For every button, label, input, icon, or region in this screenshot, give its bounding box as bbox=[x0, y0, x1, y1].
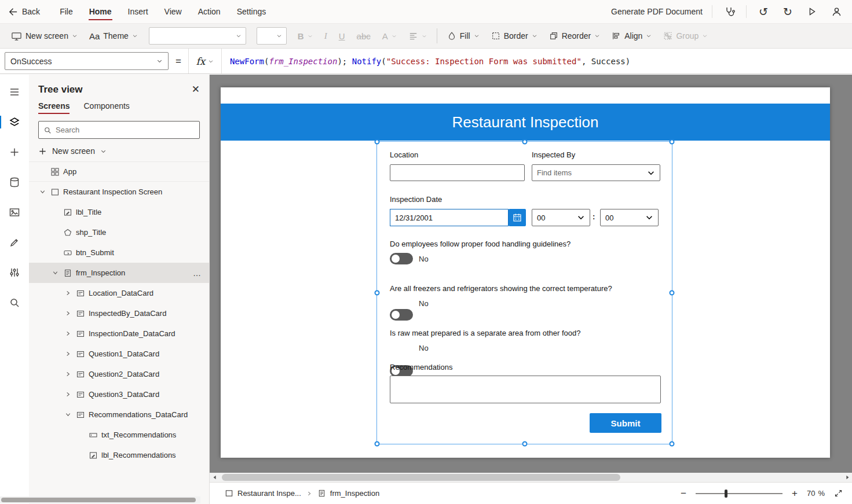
tree-item-Recommendations_DataCard[interactable]: Recommendations_DataCard bbox=[29, 404, 209, 425]
tree-item-frm_Inspection[interactable]: frm_Inspection… bbox=[29, 263, 209, 283]
minute-dropdown[interactable]: 00 bbox=[600, 209, 659, 226]
fill-button[interactable]: Fill bbox=[442, 28, 485, 44]
tree-item-Question1_DataCard[interactable]: Question1_DataCard bbox=[29, 344, 209, 364]
resize-handle[interactable] bbox=[375, 139, 380, 145]
reorder-button[interactable]: Reorder bbox=[544, 28, 606, 44]
location-input[interactable] bbox=[390, 164, 525, 181]
font-color-button[interactable]: A bbox=[377, 28, 402, 45]
theme-button[interactable]: Aa Theme bbox=[84, 28, 143, 45]
tree-item-txt_Recommendations[interactable]: txt_Recommendations bbox=[29, 425, 209, 445]
menu-item-home[interactable]: Home bbox=[81, 1, 120, 22]
menu-item-action[interactable]: Action bbox=[190, 1, 229, 22]
canvas-area[interactable]: Restaurant Inspection Location Inspected… bbox=[210, 75, 852, 482]
more-options-button[interactable]: … bbox=[193, 268, 202, 278]
close-icon[interactable]: ✕ bbox=[192, 83, 200, 95]
back-button[interactable]: Back bbox=[8, 7, 40, 17]
group-button[interactable]: Group bbox=[658, 28, 713, 44]
restaurant-inspection-screen[interactable]: Restaurant Inspection Location Inspected… bbox=[221, 87, 830, 458]
redo-icon[interactable]: ↻ bbox=[780, 4, 795, 19]
chevron-right-icon[interactable] bbox=[61, 371, 74, 377]
calendar-icon[interactable] bbox=[509, 209, 526, 226]
hour-dropdown[interactable]: 00 bbox=[532, 209, 590, 226]
search-input[interactable] bbox=[56, 126, 195, 134]
inspected-by-combobox[interactable]: Find items bbox=[532, 164, 660, 181]
account-icon[interactable] bbox=[829, 4, 844, 19]
chevron-right-icon[interactable] bbox=[61, 391, 74, 398]
tree-item-Question3_DataCard[interactable]: Question3_DataCard bbox=[29, 384, 209, 404]
property-select[interactable]: OnSuccess bbox=[5, 52, 169, 70]
resize-handle[interactable] bbox=[522, 442, 527, 447]
chevron-right-icon[interactable] bbox=[61, 351, 74, 357]
resize-handle[interactable] bbox=[670, 442, 675, 447]
scroll-left-arrow-icon[interactable] bbox=[210, 473, 220, 482]
chevron-right-icon[interactable] bbox=[61, 330, 74, 337]
tree-item-InspectedBy_DataCard[interactable]: InspectedBy_DataCard bbox=[29, 303, 209, 323]
chevron-down-icon[interactable] bbox=[61, 411, 74, 418]
zoom-slider[interactable] bbox=[696, 490, 782, 498]
resize-handle[interactable] bbox=[375, 290, 380, 296]
undo-icon[interactable]: ↺ bbox=[756, 4, 771, 19]
advanced-tools-icon[interactable] bbox=[0, 257, 29, 288]
chevron-down-icon[interactable] bbox=[49, 270, 61, 276]
menu-item-insert[interactable]: Insert bbox=[120, 1, 156, 22]
date-input[interactable]: 12/31/2001 bbox=[390, 209, 509, 226]
formula-text[interactable]: NewForm(frm_Inspection); Notify("Success… bbox=[230, 49, 630, 73]
tree-item-Location_DataCard[interactable]: Location_DataCard bbox=[29, 283, 209, 303]
bold-button[interactable]: B bbox=[292, 28, 318, 45]
pen-tool-icon[interactable] bbox=[0, 227, 29, 257]
zoom-out-icon[interactable]: − bbox=[681, 488, 686, 498]
menu-item-file[interactable]: File bbox=[52, 1, 81, 22]
play-preview-icon[interactable] bbox=[805, 4, 820, 19]
tree-item-Restaurant Inspection Screen[interactable]: Restaurant Inspection Screen bbox=[29, 182, 209, 202]
underline-button[interactable]: U bbox=[334, 28, 350, 45]
insert-icon[interactable] bbox=[0, 137, 29, 167]
recommendations-textarea[interactable] bbox=[390, 376, 661, 403]
zoom-in-icon[interactable]: + bbox=[792, 488, 798, 498]
breadcrumb-screen[interactable]: Restaurant Inspe... bbox=[225, 489, 301, 498]
text-align-button[interactable] bbox=[403, 28, 432, 45]
resize-handle[interactable] bbox=[670, 290, 675, 296]
tree-item-App[interactable]: App bbox=[29, 161, 209, 182]
tree-item-Question2_DataCard[interactable]: Question2_DataCard bbox=[29, 364, 209, 384]
tree-item-lbl_Title[interactable]: lbl_Title bbox=[29, 202, 209, 222]
tree-item-btn_Submit[interactable]: btn_Submit bbox=[29, 242, 209, 263]
tree-view-icon[interactable] bbox=[0, 107, 29, 137]
canvas-horizontal-scrollbar[interactable] bbox=[210, 473, 852, 482]
tree-item-shp_Title[interactable]: shp_Title bbox=[29, 222, 209, 242]
resize-handle[interactable] bbox=[375, 442, 380, 447]
chevron-down-icon[interactable] bbox=[36, 189, 49, 195]
search-icon[interactable] bbox=[0, 288, 29, 318]
fit-to-window-icon[interactable] bbox=[834, 489, 843, 498]
strikethrough-button[interactable]: abc bbox=[352, 28, 376, 45]
hamburger-menu-icon[interactable] bbox=[0, 77, 29, 107]
menu-item-settings[interactable]: Settings bbox=[229, 1, 275, 22]
resize-handle[interactable] bbox=[670, 139, 675, 145]
menu-item-view[interactable]: View bbox=[156, 1, 190, 22]
frm-inspection-selection[interactable]: Location Inspected By Find items Inspect… bbox=[376, 141, 672, 444]
breadcrumb-form[interactable]: frm_Inspection bbox=[317, 489, 379, 498]
tab-screens[interactable]: Screens bbox=[38, 101, 70, 114]
tree-item-lbl_Recommendations[interactable]: lbl_Recommendations bbox=[29, 445, 209, 465]
submit-button[interactable]: Submit bbox=[590, 413, 661, 433]
data-icon[interactable] bbox=[0, 167, 29, 197]
new-screen-tree-button[interactable]: New screen bbox=[38, 146, 200, 156]
chevron-down-icon[interactable] bbox=[100, 148, 107, 154]
media-icon[interactable] bbox=[0, 197, 29, 227]
font-family-select[interactable] bbox=[149, 27, 246, 45]
app-checker-icon[interactable] bbox=[722, 4, 737, 19]
font-size-select[interactable] bbox=[257, 27, 287, 45]
scrollbar-track[interactable] bbox=[220, 473, 842, 482]
border-button[interactable]: Border bbox=[486, 28, 543, 44]
tab-components[interactable]: Components bbox=[83, 101, 129, 114]
question1-toggle[interactable] bbox=[390, 253, 413, 264]
fx-button[interactable]: fx bbox=[188, 49, 222, 73]
italic-button[interactable]: I bbox=[319, 28, 332, 45]
align-button[interactable]: Align bbox=[606, 28, 657, 44]
screen-title-shape[interactable]: Restaurant Inspection bbox=[221, 104, 830, 141]
resize-handle[interactable] bbox=[522, 139, 527, 145]
tree-item-InspectionDate_DataCard[interactable]: InspectionDate_DataCard bbox=[29, 323, 209, 344]
scroll-right-arrow-icon[interactable] bbox=[842, 473, 852, 482]
zoom-slider-thumb[interactable] bbox=[725, 490, 727, 498]
question2-toggle[interactable] bbox=[390, 309, 413, 321]
scrollbar-thumb[interactable] bbox=[1, 498, 196, 502]
